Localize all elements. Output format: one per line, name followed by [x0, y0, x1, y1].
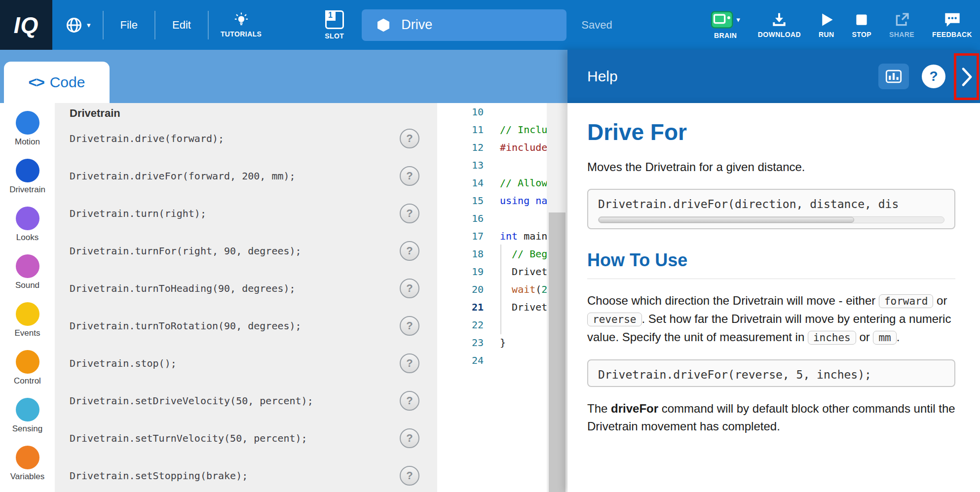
command-help-button[interactable]: ?: [400, 241, 419, 261]
code-editor[interactable]: 101112131415161718192021222324 // Includ…: [437, 103, 567, 492]
command-row[interactable]: Drivetrain.stop();?: [55, 345, 437, 382]
command-text[interactable]: Drivetrain.turnToRotation(90, degrees);: [70, 320, 302, 332]
command-row[interactable]: Drivetrain.turn(right);?: [55, 195, 437, 232]
command-help-button[interactable]: ?: [400, 353, 419, 373]
category-dot-icon[interactable]: [16, 207, 39, 230]
command-text[interactable]: Drivetrain.turnToHeading(90, degrees);: [70, 282, 296, 294]
command-row[interactable]: Drivetrain.setStopping(brake);?: [55, 457, 437, 492]
command-help-button[interactable]: ?: [400, 129, 419, 148]
category-control[interactable]: Control: [0, 350, 55, 398]
category-dot-icon[interactable]: [16, 350, 39, 374]
command-text[interactable]: Drivetrain.drive(forward);: [70, 133, 224, 144]
command-text[interactable]: Drivetrain.driveFor(forward, 200, mm);: [70, 170, 296, 182]
category-dot-icon[interactable]: [16, 111, 39, 135]
command-text[interactable]: Drivetrain.setDriveVelocity(50, percent)…: [70, 395, 313, 407]
inline-code-chip: mm: [873, 331, 896, 345]
project-name-button[interactable]: Drive: [362, 9, 566, 41]
caret-down-icon: ▾: [736, 15, 740, 24]
command-row[interactable]: Drivetrain.setTurnVelocity(50, percent);…: [55, 420, 437, 457]
slot-label: SLOT: [325, 32, 344, 40]
command-help-button[interactable]: ?: [400, 204, 419, 223]
language-menu[interactable]: ▾: [65, 16, 91, 34]
slot-button[interactable]: 1 SLOT: [325, 10, 344, 40]
command-section-title: Drivetrain: [55, 103, 437, 120]
category-dot-icon[interactable]: [16, 254, 39, 278]
line-number: 10: [437, 103, 493, 121]
command-help-button[interactable]: ?: [400, 466, 419, 486]
line-number: 13: [437, 156, 493, 174]
example-code-box: Drivetrain.driveFor(reverse, 5, inches);: [587, 359, 955, 387]
category-dot-icon[interactable]: [16, 398, 39, 422]
toolbar-divider: [208, 11, 209, 39]
category-sidebar: MotionDrivetrainLooksSoundEventsControlS…: [0, 103, 55, 492]
command-row[interactable]: Drivetrain.driveFor(forward, 200, mm);?: [55, 157, 437, 195]
tab-code[interactable]: <> Code: [4, 62, 110, 103]
command-help-button[interactable]: ?: [400, 316, 419, 336]
category-label: Control: [14, 376, 41, 386]
command-help-button[interactable]: ?: [400, 166, 419, 186]
file-menu[interactable]: File: [115, 16, 143, 35]
command-row[interactable]: Drivetrain.setDriveVelocity(50, percent)…: [55, 382, 437, 420]
code-box-scrollbar-thumb[interactable]: [599, 217, 854, 223]
command-row[interactable]: Drivetrain.turnFor(right, 90, degrees);?: [55, 232, 437, 270]
stop-button[interactable]: STOP: [852, 12, 871, 38]
help-panel-title: Help: [587, 68, 618, 85]
command-row[interactable]: Drivetrain.turnToRotation(90, degrees);?: [55, 307, 437, 345]
command-help-button[interactable]: ?: [400, 279, 419, 298]
category-drivetrain[interactable]: Drivetrain: [0, 159, 55, 207]
download-button[interactable]: DOWNLOAD: [758, 12, 801, 38]
category-motion[interactable]: Motion: [0, 111, 55, 159]
inline-code-chip: inches: [808, 331, 856, 345]
category-sensing[interactable]: Sensing: [0, 398, 55, 446]
run-label: RUN: [819, 31, 834, 38]
share-icon: [894, 12, 910, 28]
vexcode-iq-app: IQ ▾ File Edit: [0, 0, 980, 492]
usage-paragraph: Choose which direction the Drivetrain wi…: [587, 292, 955, 347]
command-help-button[interactable]: ?: [400, 391, 419, 411]
command-help-button[interactable]: ?: [400, 428, 419, 448]
command-text[interactable]: Drivetrain.setTurnVelocity(50, percent);: [70, 432, 307, 444]
section-divider: [587, 279, 955, 279]
category-events[interactable]: Events: [0, 302, 55, 350]
brain-icon: [711, 11, 733, 29]
iq-logo: IQ: [0, 0, 52, 50]
tab-band: <> Code: [0, 50, 567, 103]
category-looks[interactable]: Looks: [0, 207, 55, 254]
editor-scrollbar[interactable]: [547, 103, 567, 492]
command-text[interactable]: Drivetrain.stop();: [70, 357, 177, 369]
command-text[interactable]: Drivetrain.setStopping(brake);: [70, 470, 248, 482]
category-sound[interactable]: Sound: [0, 254, 55, 302]
category-variables[interactable]: Variables: [0, 446, 55, 492]
command-list: Drivetrain.drive(forward);?Drivetrain.dr…: [55, 120, 437, 492]
line-number: 16: [437, 210, 493, 227]
chevron-right-icon[interactable]: [960, 66, 974, 88]
tutorials-button[interactable]: TUTORIALS: [221, 12, 262, 38]
brain-help-icon: [885, 70, 902, 83]
code-box-scrollbar[interactable]: [598, 216, 944, 223]
editor-scrollbar-thumb[interactable]: [549, 212, 565, 492]
top-toolbar: IQ ▾ File Edit: [0, 0, 980, 50]
line-number: 12: [437, 139, 493, 156]
toolbar-divider: [154, 11, 155, 39]
category-label: Sound: [15, 281, 39, 290]
command-text[interactable]: Drivetrain.turnFor(right, 90, degrees);: [70, 245, 302, 257]
line-number: 20: [437, 281, 493, 298]
category-dot-icon[interactable]: [16, 159, 39, 182]
command-row[interactable]: Drivetrain.drive(forward);?: [55, 120, 437, 157]
lightbulb-icon: [234, 12, 249, 27]
feedback-button[interactable]: FEEDBACK: [932, 12, 972, 38]
command-text[interactable]: Drivetrain.turn(right);: [70, 208, 206, 219]
command-row[interactable]: Drivetrain.turnToHeading(90, degrees);?: [55, 270, 437, 307]
category-dot-icon[interactable]: [16, 302, 39, 326]
share-label: SHARE: [889, 31, 914, 38]
brain-button[interactable]: ▾ BRAIN: [711, 11, 740, 39]
help-question-button[interactable]: ?: [922, 65, 945, 88]
category-dot-icon[interactable]: [16, 446, 39, 469]
feedback-icon: [943, 12, 961, 28]
share-button[interactable]: SHARE: [889, 12, 914, 38]
brain-help-button[interactable]: [878, 64, 909, 89]
run-button[interactable]: RUN: [819, 12, 834, 38]
question-mark-icon: ?: [929, 69, 938, 84]
editor-gutter: 101112131415161718192021222324: [437, 103, 493, 492]
edit-menu[interactable]: Edit: [167, 16, 196, 35]
